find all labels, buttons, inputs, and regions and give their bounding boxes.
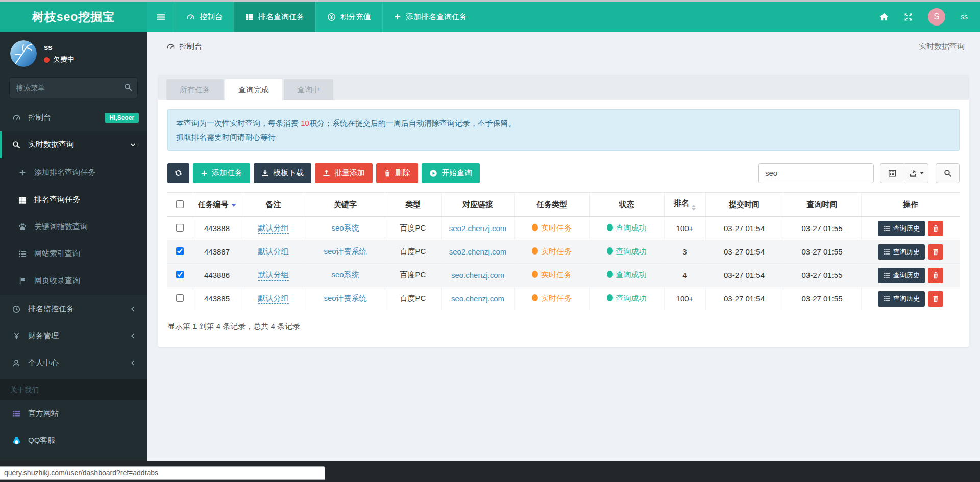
trash-icon <box>932 295 939 302</box>
avatar[interactable]: S <box>928 8 945 26</box>
sidebar-item-keyword-index[interactable]: 关键词指数查询 <box>0 213 147 240</box>
clock-icon <box>10 305 22 313</box>
sidebar: ss 欠费中 控制台 Hi,Seoer 实时数据查询 <box>0 32 147 482</box>
target-link[interactable]: seo.chenzj.com <box>451 294 504 303</box>
menu-search-input[interactable] <box>9 77 138 98</box>
table-row[interactable]: 443888 默认分组 seo系统 百度PC seo2.chenzj.com 实… <box>167 217 960 240</box>
row-checkbox[interactable] <box>176 224 184 232</box>
sidebar-item-rank-tasks[interactable]: 排名查询任务 <box>0 186 147 213</box>
toolbar: 添加任务 模板下载 批量添加 删除 <box>167 163 960 183</box>
user-avatar <box>10 40 37 67</box>
table-search-input[interactable] <box>758 163 874 183</box>
select-all-checkbox[interactable] <box>176 200 184 208</box>
query-history-button[interactable]: 查询历史 <box>878 291 925 307</box>
columns-button[interactable] <box>880 163 904 183</box>
keyword-link[interactable]: seo系统 <box>331 223 359 232</box>
sidebar-item-personal-center[interactable]: 个人中心 <box>0 349 147 376</box>
group-link[interactable]: 默认分组 <box>258 270 289 281</box>
delete-button[interactable]: 删除 <box>376 163 418 183</box>
main-content: 控制台 实时数据查询 所有任务 查询完成 查询中 本查询为一次性实时查询，每条消… <box>147 32 980 461</box>
delete-row-button[interactable] <box>928 221 943 236</box>
table-row[interactable]: 443887 默认分组 seo计费系统 百度PC seo2.chenzj.com… <box>167 240 960 264</box>
fullscreen-icon[interactable] <box>904 13 913 21</box>
sidebar-item-finance[interactable]: 财务管理 <box>0 322 147 349</box>
batch-add-button[interactable]: 批量添加 <box>315 163 373 183</box>
sidebar-item-site-index[interactable]: 网站索引查询 <box>0 240 147 267</box>
nav-item-add-rank-task[interactable]: 添加排名查询任务 <box>382 2 478 32</box>
content-header: 控制台 实时数据查询 <box>147 32 980 61</box>
keyword-link[interactable]: seo计费系统 <box>324 294 366 302</box>
template-download-button[interactable]: 模板下载 <box>254 163 311 183</box>
task-type-dot <box>532 294 538 301</box>
table-row[interactable]: 443885 默认分组 seo计费系统 百度PC seo.chenzj.com … <box>167 287 960 311</box>
breadcrumb-right-link[interactable]: 实时数据查询 <box>919 42 965 52</box>
sidebar-item-add-rank-task[interactable]: 添加排名查询任务 <box>0 159 147 186</box>
plus-icon <box>394 13 401 20</box>
nav-item-label: 控制台 <box>200 12 223 22</box>
column-rank[interactable]: 排名 <box>664 193 705 217</box>
nav-item-dashboard[interactable]: 控制台 <box>175 2 234 32</box>
sidebar-item-dashboard[interactable]: 控制台 Hi,Seoer <box>0 104 147 131</box>
sidebar-item-label: 实时数据查询 <box>28 140 74 149</box>
column-task-id[interactable]: 任务编号 <box>193 193 241 217</box>
search-icon[interactable] <box>124 83 132 91</box>
table-controls <box>758 163 960 183</box>
sidebar-item-rank-monitor[interactable]: 排名监控任务 <box>0 295 147 322</box>
user-panel: ss 欠费中 <box>0 32 147 72</box>
navbar-username[interactable]: ss <box>961 13 968 21</box>
search-button[interactable] <box>936 163 960 183</box>
group-link[interactable]: 默认分组 <box>258 223 289 234</box>
coin-icon <box>327 13 336 21</box>
sidebar-item-qq-support[interactable]: QQ客服 <box>0 427 147 454</box>
task-type-label: 实时任务 <box>541 294 572 302</box>
app-logo[interactable]: 树枝seo挖掘宝 <box>0 2 147 32</box>
add-task-button[interactable]: 添加任务 <box>193 163 250 183</box>
sidebar-toggle-button[interactable] <box>147 2 175 32</box>
table-row[interactable]: 443886 默认分组 seo系统 百度PC seo.chenzj.com 实时… <box>167 264 960 287</box>
nav-item-recharge[interactable]: 积分充值 <box>315 2 382 32</box>
user-info: ss 欠费中 <box>44 43 75 64</box>
tab-query-complete[interactable]: 查询完成 <box>225 79 282 100</box>
target-link[interactable]: seo.chenzj.com <box>451 271 504 280</box>
cell-type: 百度PC <box>385 217 441 240</box>
sort-desc-icon <box>231 204 236 207</box>
start-query-button[interactable]: 开始查询 <box>422 163 480 183</box>
home-icon[interactable] <box>879 12 889 21</box>
nav-item-rank-tasks[interactable]: 排名查询任务 <box>234 2 315 32</box>
delete-row-button[interactable] <box>928 244 943 260</box>
caret-down-icon <box>920 172 924 174</box>
trash-icon <box>932 248 939 256</box>
target-link[interactable]: seo2.chenzj.com <box>449 247 507 256</box>
query-history-button[interactable]: 查询历史 <box>878 221 925 236</box>
row-checkbox[interactable] <box>176 247 184 255</box>
list-icon <box>10 410 22 418</box>
group-link[interactable]: 默认分组 <box>258 247 289 257</box>
hamburger-icon <box>157 13 165 21</box>
group-link[interactable]: 默认分组 <box>258 294 289 304</box>
target-link[interactable]: seo2.chenzj.com <box>449 224 507 233</box>
column-note: 备注 <box>241 193 306 217</box>
query-history-button[interactable]: 查询历史 <box>878 244 925 260</box>
refresh-button[interactable] <box>167 163 189 183</box>
sidebar-item-label: 关键词指数查询 <box>34 222 88 232</box>
row-checkbox[interactable] <box>176 294 184 302</box>
tab-all-tasks[interactable]: 所有任务 <box>166 79 224 100</box>
sidebar-item-realtime-query[interactable]: 实时数据查询 <box>0 131 147 158</box>
cell-rank: 4 <box>664 264 705 287</box>
tab-querying[interactable]: 查询中 <box>284 79 333 100</box>
sidebar-item-official-site[interactable]: 官方网站 <box>0 400 147 427</box>
keyword-link[interactable]: seo计费系统 <box>324 247 366 256</box>
sidebar-item-page-inclusion[interactable]: 网页收录查询 <box>0 267 147 294</box>
query-history-button[interactable]: 查询历史 <box>878 268 925 283</box>
qq-icon <box>10 436 22 445</box>
export-button[interactable] <box>904 163 928 183</box>
download-icon <box>261 169 269 177</box>
status-dot <box>607 224 613 231</box>
row-checkbox[interactable] <box>176 271 184 278</box>
keyword-link[interactable]: seo系统 <box>331 270 359 279</box>
account-status: 欠费中 <box>44 55 75 64</box>
delete-row-button[interactable] <box>928 268 943 283</box>
export-icon <box>909 169 917 177</box>
table-view-buttons <box>880 163 928 183</box>
delete-row-button[interactable] <box>928 291 943 307</box>
